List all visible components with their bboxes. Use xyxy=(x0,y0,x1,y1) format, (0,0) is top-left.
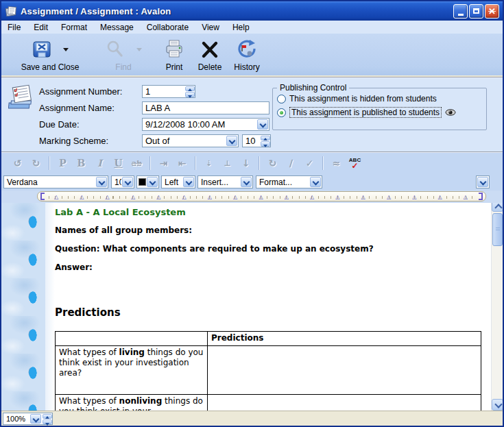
zoom-control[interactable]: 100% xyxy=(3,413,53,425)
document-body[interactable]: Lab A - A Local Ecosystem Names of all g… xyxy=(55,203,485,411)
outdent-icon[interactable]: ⇤ xyxy=(173,158,191,169)
tab-stop-icon[interactable]: △ xyxy=(335,194,339,201)
document-area[interactable]: Lab A - A Local Ecosystem Names of all g… xyxy=(1,203,503,411)
question-cell[interactable]: What types of living things do you think… xyxy=(56,346,208,395)
indent-icon[interactable]: ⇥ xyxy=(154,158,173,169)
marking-scheme-dropdown-icon[interactable] xyxy=(226,136,237,146)
zoom-spinner[interactable] xyxy=(42,413,52,424)
more-options-dropdown-icon[interactable] xyxy=(477,177,488,187)
spin-down-icon[interactable] xyxy=(43,419,52,424)
move-down-icon[interactable]: ↓ xyxy=(237,158,255,169)
marking-points-spinner[interactable] xyxy=(260,135,270,147)
radio-unselected-icon[interactable] xyxy=(277,95,286,103)
bold-icon[interactable]: B xyxy=(72,158,91,169)
menu-message[interactable]: Message xyxy=(100,23,134,32)
marking-points-field[interactable]: 10 xyxy=(242,134,271,147)
underline-icon[interactable]: U xyxy=(109,158,128,169)
spin-up-icon[interactable] xyxy=(43,414,52,419)
plain-text-icon[interactable]: ab xyxy=(128,159,146,168)
menu-help[interactable]: Help xyxy=(232,23,250,32)
insert-combobox[interactable]: Insert... xyxy=(197,175,253,188)
right-indent-marker-icon[interactable] xyxy=(479,193,483,200)
alignment-dropdown-icon[interactable] xyxy=(183,177,194,187)
question-cell[interactable]: What types of nonliving things do you th… xyxy=(56,395,208,411)
due-date-dropdown-icon[interactable] xyxy=(257,119,268,130)
accept-icon[interactable]: ✓ xyxy=(300,158,319,169)
tab-stop-icon[interactable]: △ xyxy=(208,194,212,201)
zoom-dropdown-icon[interactable] xyxy=(30,414,41,424)
menu-file[interactable]: File xyxy=(8,23,21,32)
assignment-number-spinner[interactable] xyxy=(184,86,195,97)
table-header-empty-cell[interactable] xyxy=(56,332,208,346)
tab-stop-icon[interactable]: △ xyxy=(464,194,468,201)
tab-stop-icon[interactable]: △ xyxy=(310,194,314,201)
tab-stop-icon[interactable]: △ xyxy=(259,194,263,201)
tab-stop-icon[interactable]: △ xyxy=(156,194,160,201)
assignment-number-field[interactable]: 1 xyxy=(142,85,195,98)
font-color-combobox[interactable] xyxy=(136,175,159,188)
menu-format[interactable]: Format xyxy=(61,23,87,32)
alignment-combobox[interactable]: Left xyxy=(161,175,195,188)
tab-stop-icon[interactable]: △ xyxy=(80,194,84,201)
font-family-combobox[interactable]: Verdana xyxy=(3,175,108,188)
menu-view[interactable]: View xyxy=(202,23,219,32)
radio-selected-icon[interactable] xyxy=(277,108,286,117)
save-dropdown-arrow-icon[interactable] xyxy=(63,48,69,54)
italic-icon[interactable]: I xyxy=(91,158,109,169)
scrollbar-thumb[interactable] xyxy=(492,213,503,246)
due-date-combobox[interactable]: 9/12/2008 10:00 AM xyxy=(142,118,269,131)
spell-check-icon[interactable]: ABC ✓ xyxy=(346,158,364,169)
spin-up-icon[interactable] xyxy=(261,136,270,141)
font-size-combobox[interactable]: 10 xyxy=(111,175,134,188)
redo-icon[interactable]: ↻ xyxy=(27,158,45,169)
delete-button[interactable]: Delete xyxy=(192,38,228,72)
tab-stop-icon[interactable]: △ xyxy=(233,194,237,201)
tab-stop-icon[interactable]: △ xyxy=(131,194,135,201)
menu-collaborate[interactable]: Collaborate xyxy=(147,23,189,32)
scroll-up-icon[interactable] xyxy=(492,203,503,212)
tab-stop-icon[interactable]: △ xyxy=(285,194,289,201)
print-button[interactable]: Print xyxy=(156,38,192,72)
align-bottom-icon[interactable]: ⊥ xyxy=(218,159,237,168)
more-options-combobox[interactable] xyxy=(476,175,490,188)
close-button[interactable]: ✕ xyxy=(485,4,499,19)
format-dropdown-icon[interactable] xyxy=(310,177,321,187)
save-and-close-button[interactable]: Save and Close xyxy=(10,38,91,72)
tab-stop-icon[interactable]: △ xyxy=(438,194,442,201)
published-to-students-option[interactable]: This assignment is published to students xyxy=(277,107,456,118)
font-family-dropdown-icon[interactable] xyxy=(96,177,107,187)
tab-stop-icon[interactable]: △ xyxy=(361,194,365,201)
signature-icon[interactable]: ≈ xyxy=(327,158,346,169)
ruler[interactable]: △△△△△△△△△△△△△△△△△ xyxy=(37,191,486,202)
tab-stop-icon[interactable]: △ xyxy=(412,194,416,201)
assignment-name-field[interactable]: LAB A xyxy=(142,101,269,114)
answer-cell[interactable] xyxy=(208,395,481,411)
minimize-button[interactable] xyxy=(453,4,468,19)
hidden-from-students-option[interactable]: This assignment is hidden from students xyxy=(277,93,437,104)
answer-cell[interactable] xyxy=(208,346,481,395)
insert-dropdown-icon[interactable] xyxy=(241,177,252,187)
spin-up-icon[interactable] xyxy=(185,86,195,92)
scroll-down-icon[interactable] xyxy=(492,399,503,411)
undo-icon[interactable]: ↺ xyxy=(8,158,27,169)
tab-stop-icon[interactable]: △ xyxy=(54,194,58,201)
history-button[interactable]: History xyxy=(228,38,266,72)
titlebar[interactable]: Assignment / Assignment : Avalon ✕ xyxy=(1,1,503,21)
font-color-dropdown-icon[interactable] xyxy=(147,177,158,187)
paragraph-style-icon[interactable]: P xyxy=(53,158,72,169)
maximize-button[interactable] xyxy=(469,4,483,19)
marking-scheme-combobox[interactable]: Out of xyxy=(142,134,239,147)
vertical-scrollbar[interactable] xyxy=(491,203,503,411)
format-combobox[interactable]: Format... xyxy=(256,175,322,188)
draw-icon[interactable]: ∕ xyxy=(282,158,300,169)
spin-down-icon[interactable] xyxy=(261,141,270,147)
tab-stop-icon[interactable]: △ xyxy=(182,194,187,201)
rotate-icon[interactable]: ↻ xyxy=(263,158,282,169)
menu-edit[interactable]: Edit xyxy=(34,23,48,32)
tab-stop-icon[interactable]: △ xyxy=(387,194,391,201)
tab-stop-icon[interactable]: △ xyxy=(106,194,110,201)
font-size-dropdown-icon[interactable] xyxy=(122,177,133,187)
table-header-predictions-cell[interactable]: Predictions xyxy=(208,332,481,346)
left-indent-marker-icon[interactable] xyxy=(40,193,45,200)
space-above-icon[interactable]: ⇣ xyxy=(200,159,218,168)
